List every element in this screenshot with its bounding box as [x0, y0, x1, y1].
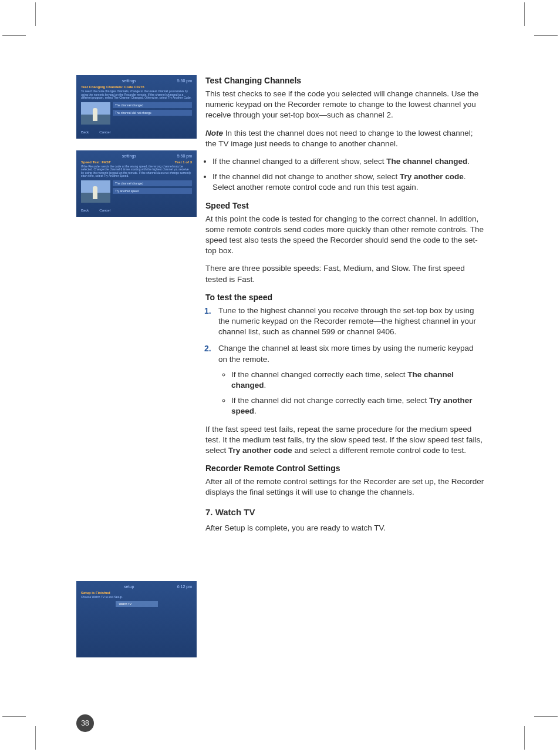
shot2-opt2: Try another speed: [113, 188, 192, 194]
bullet-try-another-code: If the channel did not change to another…: [212, 172, 484, 193]
p-watch-tv: After Setup is complete, you are ready t…: [200, 523, 484, 533]
shot2-topbar: settings: [122, 154, 136, 158]
shot2-opt1: The channel changed: [113, 180, 192, 186]
screenshot-speed-test: settings5:50 pm Speed Test: FASTTest 1 o…: [76, 150, 197, 217]
shot2-time: 5:50 pm: [177, 154, 192, 158]
shot2-back: Back: [81, 209, 89, 212]
screenshot-test-changing-channels: settings5:50 pm Test Changing Channels: …: [76, 75, 197, 139]
p-note: Note In this test the channel does not n…: [200, 128, 484, 149]
step-1: 1.Tune to the highest channel you receiv…: [204, 306, 484, 338]
shot1-title: Test Changing Channels: Code C0276: [81, 85, 192, 89]
step-2-bullet-changed: If the channel changed correctly each ti…: [231, 370, 484, 391]
heading-recorder-remote-settings: Recorder Remote Control Settings: [200, 463, 484, 474]
shot3-watch-tv-button: Watch TV: [116, 601, 158, 607]
bullet-channel-changed: If the channel changed to a different sh…: [212, 156, 484, 167]
step-2: 2.Change the channel at least six more t…: [204, 343, 484, 417]
p-recorder-settings: After all of the remote control settings…: [200, 476, 484, 498]
shot1-opt2: The channel did not change: [113, 110, 192, 116]
p-fast-fails: If the fast speed test fails, repeat the…: [200, 424, 484, 456]
note-label: Note: [205, 129, 223, 137]
heading-to-test-speed: To test the speed: [200, 292, 484, 303]
page-number: 38: [76, 714, 94, 732]
shot2-thumb: [81, 180, 110, 203]
shot2-test-count: Test 1 of 3: [175, 160, 192, 164]
shot1-back: Back: [81, 130, 89, 134]
shot3-topbar: setup: [124, 585, 134, 589]
shot1-topbar: settings: [122, 79, 136, 83]
shot3-time: 6:12 pm: [177, 585, 192, 589]
heading-speed-test: Speed Test: [200, 200, 484, 212]
p-test-description: This test checks to see if the code you …: [200, 89, 484, 121]
shot3-title: Setup is Finished: [81, 591, 192, 595]
step-2-bullet-another-speed: If the channel did not change correctly …: [231, 395, 484, 417]
p-speed-test-desc: At this point the code is tested for cha…: [200, 214, 484, 257]
shot2-cancel: Cancel: [99, 209, 110, 212]
shot1-cancel: Cancel: [99, 130, 110, 134]
heading-test-changing-channels: Test Changing Channels: [200, 75, 484, 86]
note-text: In this test the channel does not need t…: [205, 129, 473, 148]
p-speeds: There are three possible speeds: Fast, M…: [200, 263, 484, 284]
heading-watch-tv: 7. Watch TV: [200, 506, 484, 518]
shot2-desc: If the Recorder sends the code at the wr…: [81, 165, 192, 178]
shot1-opt1: The channel changed: [113, 102, 192, 108]
shot1-desc: To see if the code changes channels, cha…: [81, 90, 192, 100]
shot1-thumb: [81, 102, 110, 125]
screenshot-setup-finished: setup6:12 pm Setup is Finished Choose Wa…: [76, 581, 197, 657]
shot2-title: Speed Test: FAST: [81, 160, 111, 164]
shot3-desc: Choose Watch TV to exit Setup.: [81, 596, 192, 599]
shot1-time: 5:50 pm: [177, 79, 192, 83]
